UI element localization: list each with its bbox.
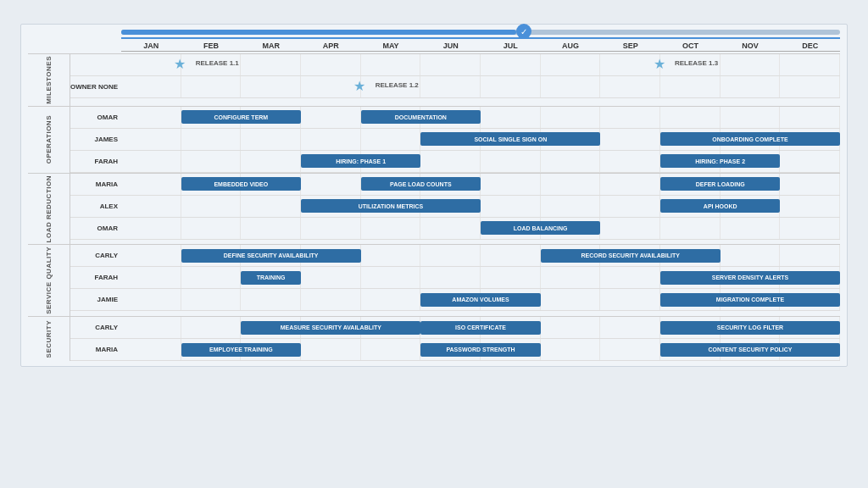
- month-col: [780, 218, 840, 239]
- progress-bar-bg: ✓: [121, 30, 840, 35]
- month-col: [780, 196, 840, 217]
- month-col: [301, 289, 361, 310]
- row-timeline: HIRING: PHASE 1HIRING: PHASE 2: [121, 151, 840, 172]
- row-owner-name: MARIA: [70, 346, 121, 353]
- rows-col: ★RELEASE 1.1★RELEASE 1.3OWNER NONE★RELEA…: [70, 54, 840, 106]
- row-owner-name: JAMIE: [70, 296, 121, 303]
- month-col: [121, 339, 181, 360]
- row-timeline: AMAZON VOLUMESMIGRATION COMPLETE: [121, 289, 840, 310]
- month-col: [541, 339, 601, 360]
- month-col: [721, 245, 781, 266]
- month-col: [121, 289, 181, 310]
- month-col: [121, 196, 181, 217]
- month-col: [361, 267, 421, 288]
- month-col: [121, 317, 181, 338]
- section-label-col: SECURITY: [28, 317, 70, 361]
- month-col: [301, 267, 361, 288]
- month-col: [660, 107, 721, 128]
- month-col: [121, 76, 181, 97]
- table-row: FARAHHIRING: PHASE 1HIRING: PHASE 2: [70, 151, 840, 173]
- section-label: MILESTONES: [45, 56, 53, 104]
- month-col: [301, 339, 361, 360]
- month-col: [181, 151, 242, 172]
- month-col: [181, 218, 242, 239]
- row-timeline: ★RELEASE 1.1★RELEASE 1.3: [121, 54, 840, 75]
- row-owner-name: CARLY: [70, 252, 121, 259]
- month-col: [241, 196, 301, 217]
- row-owner-name: OMAR: [70, 114, 121, 121]
- quarter-row: [121, 36, 840, 39]
- task-bar: PASSWORD STRENGTH: [420, 343, 540, 357]
- month-col: [541, 289, 601, 310]
- month-row: JANFEBMARAPRMAYJUNJULAUGSEPOCTNOVDEC: [121, 41, 840, 52]
- task-bar: SOCIAL SINGLE SIGN ON: [420, 132, 600, 146]
- month-col: [420, 267, 481, 288]
- month-col: [600, 289, 660, 310]
- month-col: [301, 76, 361, 97]
- section-label-col: MILESTONES: [28, 54, 70, 106]
- month-oct: OCT: [660, 41, 721, 51]
- month-col: [481, 245, 541, 266]
- month-col: [780, 174, 840, 195]
- milestone-star-icon: ★: [174, 56, 186, 72]
- month-jan: JAN: [121, 41, 181, 51]
- row-timeline: LOAD BALANCING: [121, 218, 840, 239]
- rows-col: MARIAEMBEDDED VIDEOPAGE LOAD COUNTSDEFER…: [70, 174, 840, 244]
- month-col: [541, 196, 601, 217]
- month-col: [600, 317, 660, 338]
- month-col: [600, 267, 660, 288]
- month-col: [181, 289, 242, 310]
- month-sep: SEP: [600, 41, 660, 51]
- month-col: [600, 76, 660, 97]
- row-timeline: DEFINE SECURITY AVAILABILITYRECORD SECUR…: [121, 245, 840, 266]
- main-grid: MILESTONES★RELEASE 1.1★RELEASE 1.3OWNER …: [28, 53, 840, 361]
- table-row: OMARCONFIGURE TERMDOCUMENTATION: [70, 107, 840, 129]
- quarter-1: [121, 36, 301, 39]
- month-col: [241, 289, 301, 310]
- section-label-col: SERVICE QUALITY: [28, 245, 70, 316]
- task-bar: RECORD SECURITY AVAILABILITY: [541, 249, 721, 263]
- month-col: [600, 174, 660, 195]
- release-label: RELEASE 1.2: [376, 81, 419, 89]
- table-row: CARLYMEASURE SECURITY AVAILABLITYISO CER…: [70, 317, 840, 339]
- month-col: [181, 317, 242, 338]
- month-col: [481, 174, 541, 195]
- row-owner-name: JAMES: [70, 136, 121, 143]
- task-bar: ONBOARDING COMPLETE: [660, 132, 840, 146]
- task-bar: DOCUMENTATION: [361, 110, 481, 124]
- row-owner-name: CARLY: [70, 324, 121, 331]
- month-col: [420, 151, 481, 172]
- month-col: [241, 151, 301, 172]
- row-timeline: TRAININGSERVER DENSITY ALERTS: [121, 267, 840, 288]
- month-col: [541, 317, 601, 338]
- month-col: [420, 218, 481, 239]
- month-col: [121, 54, 181, 75]
- progress-bar-row: ✓: [121, 30, 840, 35]
- task-bar: LOAD BALANCING: [481, 221, 600, 235]
- month-col: [600, 218, 660, 239]
- task-bar: PAGE LOAD COUNTS: [361, 177, 481, 191]
- release-label: RELEASE 1.3: [675, 59, 718, 67]
- rows-col: OMARCONFIGURE TERMDOCUMENTATIONJAMESSOCI…: [70, 107, 840, 173]
- table-row: MARIAEMBEDDED VIDEOPAGE LOAD COUNTSDEFER…: [70, 174, 840, 196]
- month-col: [241, 76, 301, 97]
- section-label-col: OPERATIONS: [28, 107, 70, 173]
- month-may: MAY: [361, 41, 421, 51]
- rows-col: CARLYDEFINE SECURITY AVAILABILITYRECORD …: [70, 245, 840, 316]
- month-col: [301, 218, 361, 239]
- month-col: [181, 196, 242, 217]
- task-bar: HIRING: PHASE 2: [660, 154, 780, 168]
- month-col: [660, 218, 721, 239]
- section-security: SECURITYCARLYMEASURE SECURITY AVAILABLIT…: [28, 316, 840, 361]
- month-col: [481, 54, 541, 75]
- month-col: [181, 76, 242, 97]
- row-owner-name: OWNER NONE: [70, 83, 121, 91]
- task-bar: MEASURE SECURITY AVAILABLITY: [241, 321, 420, 335]
- month-col: [721, 218, 781, 239]
- task-bar: CONFIGURE TERM: [181, 110, 301, 124]
- row-owner-name: ALEX: [70, 202, 121, 210]
- month-col: [121, 267, 181, 288]
- month-col: [361, 339, 421, 360]
- row-timeline: UTILIZATION METRICSAPI HOOKD: [121, 196, 840, 217]
- month-col: [121, 245, 181, 266]
